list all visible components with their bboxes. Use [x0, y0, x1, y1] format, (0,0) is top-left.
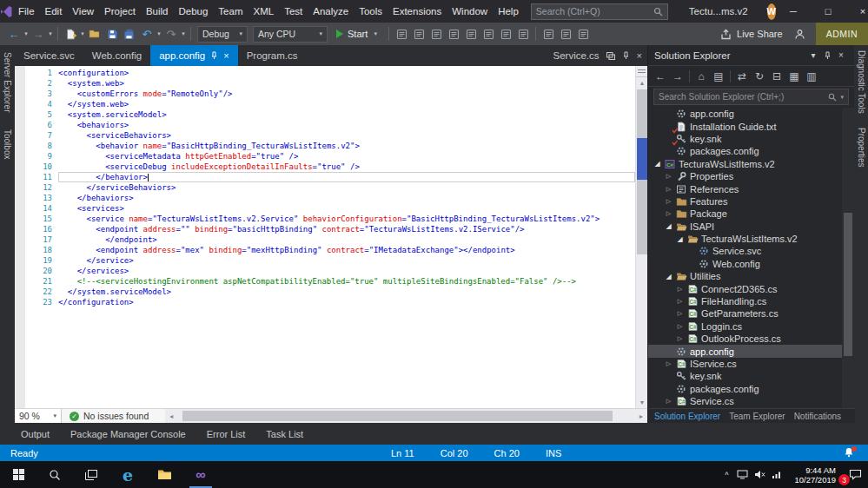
collapsed-expander-icon[interactable]: ▷	[663, 360, 674, 367]
collapsed-expander-icon[interactable]: ▷	[663, 186, 674, 193]
browser-link-icon[interactable]	[574, 25, 592, 43]
solution-search-input[interactable]	[659, 92, 825, 102]
tree-item-packages.config[interactable]: packages.config	[648, 383, 842, 395]
code-line-9[interactable]: <serviceMetadata httpGetEnabled="true" /…	[58, 151, 635, 162]
collapsed-expander-icon[interactable]: ▷	[663, 173, 674, 180]
hidden-icons-chevron-icon[interactable]: ^	[719, 471, 733, 479]
expanded-expander-icon[interactable]: ◢	[663, 222, 674, 230]
breakpoint-margin[interactable]	[15, 66, 25, 408]
close-button[interactable]: ×	[845, 0, 868, 23]
action-center-button[interactable]: 3	[844, 461, 866, 488]
navigate-to-icon[interactable]	[540, 25, 557, 43]
code-line-3[interactable]: <customErrors mode="RemoteOnly"/>	[58, 89, 635, 99]
code-line-13[interactable]: </behaviors>	[58, 193, 635, 203]
tree-item-tecturawslistitems.v2[interactable]: ◢C#TecturaWsListItems.v2	[648, 158, 842, 170]
menu-test[interactable]: Test	[279, 0, 308, 23]
tree-item-properties[interactable]: ▷Properties	[648, 170, 842, 182]
tool-tab-notifications[interactable]: Notifications	[794, 412, 841, 421]
save-all-icon[interactable]	[121, 25, 138, 43]
preview-tab-label[interactable]: Service.cs	[553, 50, 600, 61]
tree-item-isapi[interactable]: ◢ISAPI	[648, 221, 842, 233]
scroll-left-icon[interactable]: ◂	[165, 409, 177, 423]
format-document-icon[interactable]	[410, 25, 427, 43]
tool-tab-solution-explorer[interactable]: Solution Explorer	[654, 412, 720, 421]
tree-item-getparameters.cs[interactable]: ▷C#GetParameters.cs	[648, 307, 842, 320]
tree-item-packages.config[interactable]: packages.config	[648, 145, 842, 157]
editor-horizontal-scrollbar[interactable]: ◂ ▸	[165, 409, 647, 423]
editor-vertical-scrollbar[interactable]: ▲ ▼	[635, 77, 647, 408]
code-line-12[interactable]: </serviceBehaviors>	[58, 182, 635, 193]
tab-web.config[interactable]: Web.config	[83, 45, 150, 66]
diagnostic-tools-tab[interactable]: Diagnostic Tools	[857, 50, 866, 114]
maximize-button[interactable]: □	[811, 0, 845, 23]
tree-item-references[interactable]: ▷References	[648, 182, 842, 195]
decrease-indent-icon[interactable]	[427, 25, 445, 43]
tree-item-web.config[interactable]: Web.config	[648, 258, 842, 270]
collapsed-expander-icon[interactable]: ▷	[674, 335, 686, 342]
open-file-icon[interactable]	[86, 25, 103, 43]
splitter-grip[interactable]	[635, 66, 647, 77]
code-line-7[interactable]: <serviceBehaviors>	[58, 130, 635, 141]
redo-icon[interactable]: ↷	[162, 25, 180, 43]
close-icon[interactable]: ×	[223, 51, 229, 61]
menu-build[interactable]: Build	[141, 0, 174, 23]
code-line-15[interactable]: <service name="TecturaWsListItems.v2.Ser…	[58, 214, 635, 224]
menu-help[interactable]: Help	[493, 0, 524, 23]
comment-selection-icon[interactable]	[462, 25, 480, 43]
network-tray-icon[interactable]	[768, 470, 785, 479]
pin-icon[interactable]	[210, 51, 218, 60]
solution-explorer-header[interactable]: Solution Explorer ▾ ×	[648, 45, 854, 66]
scroll-thumb[interactable]	[844, 213, 852, 356]
collapsed-expander-icon[interactable]: ▷	[674, 298, 686, 305]
expanded-expander-icon[interactable]: ◢	[674, 235, 686, 243]
navigate-forward-icon[interactable]: →	[30, 25, 47, 43]
undo-dropdown-icon[interactable]: ▾	[156, 30, 162, 37]
taskbar-search-button[interactable]	[36, 461, 73, 488]
scroll-down-icon[interactable]: ▼	[636, 397, 648, 408]
issues-indicator[interactable]: ✓ No issues found	[62, 411, 156, 421]
panel-tab-error-list[interactable]: Error List	[207, 429, 246, 439]
horizontal-scroll-thumb[interactable]	[182, 411, 613, 421]
navigate-forward-dropdown-icon[interactable]: ▾	[47, 30, 54, 37]
live-share-icon[interactable]	[717, 25, 734, 43]
minimize-button[interactable]: ─	[776, 0, 811, 23]
solution-platforms-dropdown[interactable]: Any CPU▾	[253, 26, 328, 43]
menu-extensions[interactable]: Extensions	[388, 0, 447, 23]
collapse-all-icon[interactable]: ⊟	[769, 70, 785, 82]
code-line-11[interactable]: </behavior>	[58, 172, 635, 182]
tree-item-key.snk[interactable]: key.snk	[648, 133, 842, 145]
volume-tray-icon[interactable]	[751, 470, 768, 479]
live-share-label[interactable]: Live Share	[737, 29, 783, 39]
increase-indent-icon[interactable]	[445, 25, 462, 43]
scroll-up-icon[interactable]: ▲	[636, 77, 648, 89]
menu-team[interactable]: Team	[213, 0, 248, 23]
code-line-6[interactable]: <behaviors>	[58, 120, 635, 130]
show-all-files-icon[interactable]: ▦	[786, 70, 802, 82]
tree-item-features[interactable]: ▷Features	[648, 195, 842, 208]
uncomment-selection-icon[interactable]	[480, 25, 497, 43]
tree-item-key.snk[interactable]: key.snk	[648, 370, 842, 382]
tree-item-package[interactable]: ▷Package	[648, 208, 842, 220]
code-line-5[interactable]: <system.serviceModel>	[58, 109, 635, 120]
solution-search-box[interactable]: ▾	[653, 89, 849, 105]
user-avatar[interactable]: W	[767, 3, 776, 20]
tree-item-loggin.cs[interactable]: ▷C#Loggin.cs	[648, 320, 842, 333]
keep-open-pin-icon[interactable]	[622, 51, 630, 60]
insert-mode-indicator[interactable]: INS	[546, 448, 561, 458]
menu-window[interactable]: Window	[447, 0, 493, 23]
sync-with-active-document-icon[interactable]: ⇄	[734, 70, 750, 82]
expanded-expander-icon[interactable]: ◢	[663, 273, 674, 280]
tab-app.config[interactable]: app.config×	[150, 45, 238, 66]
tree-item-iservice.cs[interactable]: ▷C#IService.cs	[648, 358, 842, 370]
preview-tab[interactable]: Service.cs ×	[553, 45, 644, 66]
save-icon[interactable]	[103, 25, 121, 43]
tab-program.cs[interactable]: Program.cs	[238, 45, 307, 66]
collapsed-expander-icon[interactable]: ▷	[674, 310, 686, 317]
expanded-expander-icon[interactable]: ◢	[652, 160, 663, 168]
schema-validate-icon[interactable]	[393, 25, 410, 43]
scroll-right-icon[interactable]: ▸	[635, 409, 647, 423]
tree-item-outlookprocess.cs[interactable]: ▷C#OutlookProcess.cs	[648, 333, 842, 345]
start-debugging-button[interactable]: Start▾	[330, 29, 385, 39]
pin-icon[interactable]	[820, 51, 834, 60]
menu-analyze[interactable]: Analyze	[308, 0, 354, 23]
